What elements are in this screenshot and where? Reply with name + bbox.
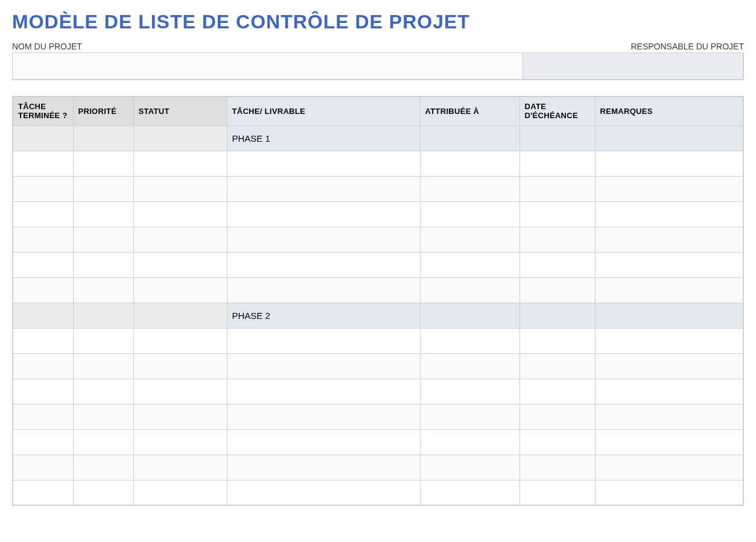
cell-done[interactable]: [13, 429, 73, 455]
cell-done[interactable]: [13, 125, 73, 151]
cell-remarks[interactable]: [595, 201, 743, 227]
cell-priority[interactable]: [73, 227, 133, 252]
cell-remarks[interactable]: [595, 429, 743, 455]
cell-assigned[interactable]: [420, 201, 519, 227]
cell-remarks[interactable]: [595, 404, 743, 429]
cell-assigned[interactable]: [420, 252, 519, 277]
cell-priority[interactable]: [73, 429, 133, 455]
cell-task[interactable]: [227, 176, 420, 201]
cell-priority[interactable]: [73, 303, 133, 328]
cell-remarks[interactable]: [595, 227, 743, 252]
cell-task[interactable]: [227, 353, 420, 379]
cell-done[interactable]: [13, 227, 73, 252]
cell-priority[interactable]: [73, 328, 133, 353]
cell-remarks[interactable]: [595, 353, 743, 379]
cell-assigned[interactable]: [420, 429, 519, 455]
cell-task[interactable]: [227, 201, 420, 227]
cell-due[interactable]: [519, 379, 595, 404]
cell-done[interactable]: [13, 455, 73, 480]
cell-task[interactable]: PHASE 2: [227, 303, 420, 328]
cell-assigned[interactable]: [420, 176, 519, 201]
cell-priority[interactable]: [73, 125, 133, 151]
cell-task[interactable]: [227, 252, 420, 277]
cell-status[interactable]: [133, 303, 227, 328]
cell-due[interactable]: [519, 455, 595, 480]
cell-done[interactable]: [13, 353, 73, 379]
cell-done[interactable]: [13, 379, 73, 404]
cell-status[interactable]: [133, 227, 227, 252]
cell-task[interactable]: [227, 379, 420, 404]
cell-remarks[interactable]: [595, 252, 743, 277]
cell-remarks[interactable]: [595, 379, 743, 404]
cell-done[interactable]: [13, 151, 73, 176]
cell-task[interactable]: [227, 151, 420, 176]
cell-assigned[interactable]: [420, 277, 519, 303]
cell-assigned[interactable]: [420, 227, 519, 252]
cell-priority[interactable]: [73, 455, 133, 480]
cell-priority[interactable]: [73, 277, 133, 303]
cell-priority[interactable]: [73, 151, 133, 176]
cell-priority[interactable]: [73, 480, 133, 505]
cell-assigned[interactable]: [420, 303, 519, 328]
project-name-field[interactable]: [13, 53, 523, 79]
cell-status[interactable]: [133, 429, 227, 455]
cell-done[interactable]: [13, 404, 73, 429]
cell-assigned[interactable]: [420, 125, 519, 151]
cell-due[interactable]: [519, 252, 595, 277]
cell-remarks[interactable]: [595, 125, 743, 151]
cell-task[interactable]: [227, 404, 420, 429]
cell-due[interactable]: [519, 227, 595, 252]
cell-done[interactable]: [13, 176, 73, 201]
cell-assigned[interactable]: [420, 455, 519, 480]
cell-priority[interactable]: [73, 353, 133, 379]
cell-due[interactable]: [519, 404, 595, 429]
cell-task[interactable]: PHASE 1: [227, 125, 420, 151]
cell-status[interactable]: [133, 125, 227, 151]
cell-priority[interactable]: [73, 379, 133, 404]
cell-task[interactable]: [227, 455, 420, 480]
cell-task[interactable]: [227, 277, 420, 303]
cell-due[interactable]: [519, 480, 595, 505]
cell-status[interactable]: [133, 201, 227, 227]
cell-status[interactable]: [133, 151, 227, 176]
cell-assigned[interactable]: [420, 480, 519, 505]
cell-due[interactable]: [519, 151, 595, 176]
cell-due[interactable]: [519, 353, 595, 379]
cell-priority[interactable]: [73, 252, 133, 277]
cell-done[interactable]: [13, 328, 73, 353]
cell-due[interactable]: [519, 201, 595, 227]
cell-remarks[interactable]: [595, 455, 743, 480]
cell-due[interactable]: [519, 125, 595, 151]
cell-task[interactable]: [227, 328, 420, 353]
cell-remarks[interactable]: [595, 151, 743, 176]
cell-status[interactable]: [133, 404, 227, 429]
cell-remarks[interactable]: [595, 480, 743, 505]
cell-status[interactable]: [133, 379, 227, 404]
cell-done[interactable]: [13, 201, 73, 227]
cell-done[interactable]: [13, 252, 73, 277]
cell-priority[interactable]: [73, 176, 133, 201]
cell-assigned[interactable]: [420, 379, 519, 404]
cell-done[interactable]: [13, 303, 73, 328]
project-manager-field[interactable]: [523, 53, 743, 79]
cell-task[interactable]: [227, 429, 420, 455]
cell-done[interactable]: [13, 277, 73, 303]
cell-status[interactable]: [133, 176, 227, 201]
cell-remarks[interactable]: [595, 303, 743, 328]
cell-due[interactable]: [519, 303, 595, 328]
cell-assigned[interactable]: [420, 151, 519, 176]
cell-remarks[interactable]: [595, 176, 743, 201]
cell-assigned[interactable]: [420, 328, 519, 353]
cell-status[interactable]: [133, 277, 227, 303]
cell-due[interactable]: [519, 176, 595, 201]
cell-remarks[interactable]: [595, 277, 743, 303]
cell-due[interactable]: [519, 429, 595, 455]
cell-due[interactable]: [519, 328, 595, 353]
cell-assigned[interactable]: [420, 404, 519, 429]
cell-status[interactable]: [133, 328, 227, 353]
cell-remarks[interactable]: [595, 328, 743, 353]
cell-due[interactable]: [519, 277, 595, 303]
cell-status[interactable]: [133, 353, 227, 379]
cell-task[interactable]: [227, 480, 420, 505]
cell-status[interactable]: [133, 455, 227, 480]
